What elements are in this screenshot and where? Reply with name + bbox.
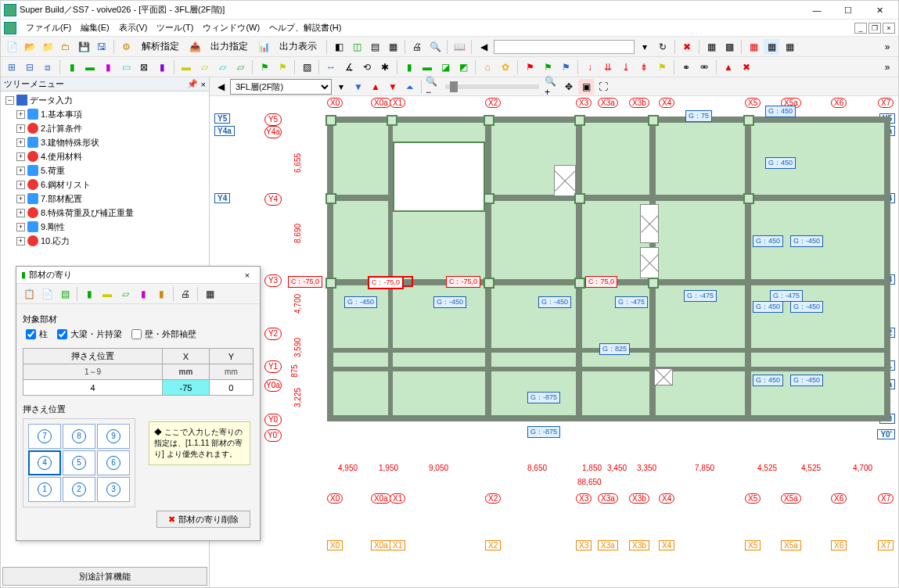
tree-item[interactable]: +3.建物特殊形状: [2, 135, 207, 149]
beam-y-icon[interactable]: ▬: [178, 59, 194, 75]
back-icon[interactable]: ◀: [476, 39, 491, 55]
layer-select[interactable]: 3FL層(2F階): [230, 79, 332, 95]
mdi-restore-icon[interactable]: ❐: [868, 23, 881, 34]
tree-item[interactable]: +6.鋼材リスト: [2, 177, 207, 192]
dialog-titlebar[interactable]: ▮ 部材の寄り ×: [16, 267, 260, 284]
calc-icon[interactable]: ⚙: [118, 39, 134, 55]
maximize-button[interactable]: ☐: [832, 2, 864, 19]
menu-window[interactable]: ウィンドウ(W): [198, 20, 264, 35]
menu-file[interactable]: ファイル(F): [21, 20, 76, 35]
pos-4[interactable]: 4: [28, 450, 61, 475]
tb-icon-3[interactable]: ▤: [367, 39, 383, 55]
pos-1[interactable]: 1: [28, 477, 61, 502]
tree-item[interactable]: +4.使用材料: [2, 149, 207, 163]
node-icon[interactable]: ✱: [377, 59, 393, 75]
fold-g-icon[interactable]: ▱: [232, 59, 248, 75]
expand-icon[interactable]: +: [16, 138, 25, 147]
drawing-canvas[interactable]: Y5 Y4a Y4 Y5Y4aY4Y3Y2Y1Y0aY0Y0' Y5Y4aY4Y…: [210, 96, 898, 587]
tree-close-icon[interactable]: ×: [201, 80, 206, 89]
folder-icon[interactable]: 🗀: [58, 39, 74, 55]
dlg-print-icon[interactable]: 🖨: [178, 286, 193, 302]
expand-icon[interactable]: +: [16, 124, 25, 133]
select-mode-icon[interactable]: ▣: [578, 79, 594, 95]
grid4-icon[interactable]: ▦: [764, 39, 779, 55]
err-icon[interactable]: ✖: [739, 59, 754, 75]
refresh-icon[interactable]: ↻: [655, 39, 671, 55]
pos-2[interactable]: 2: [63, 477, 95, 502]
slab-green-icon[interactable]: ▬: [82, 59, 98, 75]
mdi-close-icon[interactable]: ×: [883, 23, 895, 34]
tree-item[interactable]: +10.応力: [2, 234, 207, 248]
m2-icon[interactable]: ▬: [419, 59, 435, 75]
dlg-g-icon[interactable]: ▮: [81, 286, 97, 302]
delete-icon[interactable]: ✖: [679, 39, 695, 55]
view-3d-icon[interactable]: ⧈: [40, 59, 56, 75]
dlg-f-icon[interactable]: ▱: [117, 286, 133, 302]
tree-item[interactable]: +7.部材配置: [2, 192, 207, 206]
dlg-m-icon[interactable]: ▮: [135, 286, 151, 302]
dlg-paste-icon[interactable]: 📄: [39, 286, 55, 302]
fit-icon[interactable]: ⛶: [595, 79, 611, 95]
pos-3[interactable]: 3: [97, 477, 130, 502]
expand-icon[interactable]: +: [16, 181, 25, 189]
tb-icon-2[interactable]: ◫: [349, 39, 365, 55]
zoom-in-icon[interactable]: 🔍+: [544, 79, 559, 95]
dlg-grid-icon[interactable]: ▦: [202, 286, 218, 302]
tree-item[interactable]: +2.計算条件: [2, 121, 207, 135]
delete-offset-button[interactable]: ✖ 部材の寄り削除: [156, 511, 250, 528]
dlg-copy-icon[interactable]: 📋: [21, 286, 37, 302]
chk-beam[interactable]: 大梁・片持梁: [57, 328, 122, 340]
grid3-icon[interactable]: ▦: [746, 39, 761, 55]
pin-icon[interactable]: 📌: [187, 79, 198, 89]
link2-icon[interactable]: ⚮: [696, 59, 712, 75]
dlg-list-icon[interactable]: ▤: [57, 286, 73, 302]
tree-item[interactable]: +8.特殊荷重及び補正重量: [2, 206, 207, 220]
tree-item[interactable]: +5.荷重: [2, 163, 207, 177]
new-icon[interactable]: 📄: [4, 39, 20, 55]
warn-icon[interactable]: ▲: [721, 59, 736, 75]
menu-help[interactable]: ヘルプ、解説書(H): [264, 20, 346, 35]
menu-tool[interactable]: ツール(T): [152, 20, 198, 35]
beam-green-icon[interactable]: ▮: [64, 59, 80, 75]
mdi-min-icon[interactable]: _: [854, 23, 867, 34]
save-icon[interactable]: 💾: [76, 39, 92, 55]
disp-icon[interactable]: 📊: [256, 39, 271, 55]
expand-icon[interactable]: +: [16, 237, 25, 246]
pos-7[interactable]: 7: [28, 424, 61, 449]
flag-g-icon[interactable]: ⚑: [257, 59, 272, 75]
rot-icon[interactable]: ⟲: [359, 59, 375, 75]
expand-icon[interactable]: +: [16, 152, 25, 161]
grid1-icon[interactable]: ▦: [703, 39, 719, 55]
ar4-icon[interactable]: ⇟: [636, 59, 652, 75]
expand-icon[interactable]: +: [16, 195, 25, 203]
f1-icon[interactable]: ⚑: [522, 59, 538, 75]
view-elev-icon[interactable]: ⊟: [22, 59, 38, 75]
tb-icon-1[interactable]: ◧: [331, 39, 347, 55]
fold-y-icon[interactable]: ▱: [196, 59, 212, 75]
overflow2-icon[interactable]: »: [879, 59, 895, 75]
frame-x-icon[interactable]: ⊠: [136, 59, 152, 75]
tree-item[interactable]: +1.基本事項: [2, 107, 207, 121]
pos-9[interactable]: 9: [97, 424, 130, 449]
tree-item[interactable]: +9.剛性: [2, 220, 207, 234]
expand-icon[interactable]: +: [16, 167, 25, 175]
val-pos[interactable]: 4: [23, 380, 163, 396]
collapse-icon[interactable]: −: [5, 96, 14, 105]
m4-icon[interactable]: ◩: [455, 59, 471, 75]
tb-icon-4[interactable]: ▦: [385, 39, 401, 55]
link1-icon[interactable]: ⚭: [678, 59, 694, 75]
expand-icon[interactable]: +: [16, 223, 25, 231]
down-b-icon[interactable]: ▼: [351, 79, 366, 95]
zoom-out-icon[interactable]: 🔍−: [425, 79, 441, 95]
chk-wall[interactable]: 壁・外部袖壁: [131, 328, 196, 340]
ang-icon[interactable]: ∡: [341, 59, 357, 75]
close-button[interactable]: ✕: [864, 2, 895, 19]
m3-icon[interactable]: ◪: [437, 59, 453, 75]
selected-c-label[interactable]: C：-75,0: [368, 276, 404, 289]
menu-view[interactable]: 表示(V): [114, 20, 153, 35]
fy-icon[interactable]: ⚑: [654, 59, 670, 75]
selection-handle[interactable]: [402, 276, 413, 287]
out-icon[interactable]: 📤: [187, 39, 203, 55]
pos-6[interactable]: 6: [97, 450, 130, 475]
preview-icon[interactable]: 🔍: [427, 39, 443, 55]
